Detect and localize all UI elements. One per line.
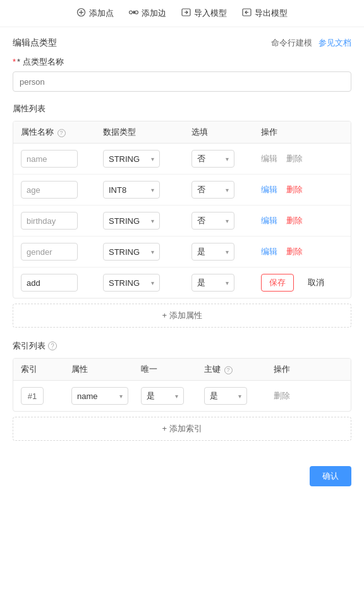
attr-actions-cell: 编辑 删除 <box>261 184 343 195</box>
chevron-down-icon: ▾ <box>175 393 178 400</box>
col-optional: 选填 <box>191 126 261 138</box>
export-model-button[interactable]: 导出模型 <box>242 8 288 19</box>
index-number-cell: #1 <box>21 387 71 405</box>
cmd-label: 命令行建模 <box>271 38 312 47</box>
name-field-label: ** 点类型名称 <box>13 56 351 68</box>
attr-type-cell: STRING ▾ <box>103 274 191 292</box>
col-property: 属性 <box>71 364 141 375</box>
svg-point-3 <box>130 11 133 14</box>
chevron-down-icon: ▾ <box>119 393 123 400</box>
confirm-row: 确认 <box>0 456 364 496</box>
attr-actions-cell: 编辑 删除 <box>261 215 343 226</box>
attributes-section-title: 属性列表 <box>13 103 351 114</box>
chevron-down-icon: ▾ <box>151 187 154 194</box>
attr-optional-cell: 否 ▾ <box>191 150 261 168</box>
table-row: STRING ▾ 否 ▾ 编辑 删除 <box>13 206 351 237</box>
attr-actions-cell: 保存 取消 <box>261 274 343 292</box>
node-type-name-input[interactable] <box>13 71 351 92</box>
attr-name-input-4[interactable] <box>21 274 78 292</box>
attr-name-input-0[interactable] <box>21 150 78 168</box>
col-primary-key: 主键 ? <box>204 364 274 375</box>
edit-button-3[interactable]: 编辑 <box>261 246 277 257</box>
edit-button-0[interactable]: 编辑 <box>261 153 277 164</box>
attr-name-cell <box>21 150 103 168</box>
chevron-down-icon: ▾ <box>151 156 154 163</box>
editor-actions: 命令行建模 参见文档 <box>271 37 351 49</box>
index-unique-select[interactable]: 是 ▾ <box>141 387 184 405</box>
table-row: STRING ▾ 是 ▾ 保存 取消 <box>13 268 351 298</box>
attr-actions-cell: 编辑 删除 <box>261 153 343 164</box>
add-edge-button[interactable]: 添加边 <box>129 8 166 19</box>
attr-optional-select-0[interactable]: 否 ▾ <box>191 150 234 168</box>
index-property-cell: name ▾ <box>71 387 141 405</box>
attr-name-cell <box>21 212 103 230</box>
add-point-label: 添加点 <box>89 8 114 19</box>
attr-optional-select-3[interactable]: 是 ▾ <box>191 243 234 261</box>
attr-type-select-2[interactable]: STRING ▾ <box>103 212 160 230</box>
col-index-actions: 操作 <box>274 364 343 375</box>
edit-button-1[interactable]: 编辑 <box>261 184 277 195</box>
indexes-help-icon[interactable]: ? <box>48 342 57 350</box>
indexes-table: 索引 属性 唯一 主键 ? 操作 #1 name ▾ <box>13 358 351 412</box>
chevron-down-icon: ▾ <box>226 187 229 194</box>
import-icon <box>181 8 191 19</box>
attr-type-cell: INT8 ▾ <box>103 181 191 199</box>
index-primary-select[interactable]: 是 ▾ <box>204 387 247 405</box>
index-primary-cell: 是 ▾ <box>204 387 274 405</box>
attr-type-select-1[interactable]: INT8 ▾ <box>103 181 160 199</box>
attr-optional-select-4[interactable]: 是 ▾ <box>191 274 234 292</box>
attr-name-input-3[interactable] <box>21 243 78 261</box>
save-button[interactable]: 保存 <box>261 274 294 292</box>
add-point-icon <box>76 8 86 19</box>
indexes-section: 索引列表 ? 索引 属性 唯一 主键 ? 操作 #1 <box>13 340 351 441</box>
delete-button-2[interactable]: 删除 <box>286 215 303 226</box>
edit-button-2[interactable]: 编辑 <box>261 215 277 226</box>
attr-type-cell: STRING ▾ <box>103 243 191 261</box>
import-model-button[interactable]: 导入模型 <box>181 8 227 19</box>
table-row: STRING ▾ 是 ▾ 编辑 删除 <box>13 237 351 268</box>
attr-name-cell <box>21 243 103 261</box>
chevron-down-icon: ▾ <box>226 280 229 286</box>
delete-index-button-0[interactable]: 删除 <box>274 390 290 402</box>
export-icon <box>242 8 252 19</box>
delete-button-3[interactable]: 删除 <box>286 246 303 257</box>
table-row: INT8 ▾ 否 ▾ 编辑 删除 <box>13 175 351 206</box>
attributes-section: 属性列表 属性名称 ? 数据类型 选填 操作 STRING <box>13 103 351 328</box>
attr-type-select-3[interactable]: STRING ▾ <box>103 243 160 261</box>
index-actions-cell: 删除 <box>274 390 343 402</box>
col-data-type: 数据类型 <box>103 126 191 138</box>
col-unique: 唯一 <box>141 364 204 375</box>
attr-actions-cell: 编辑 删除 <box>261 246 343 257</box>
attr-type-select-4[interactable]: STRING ▾ <box>103 274 160 292</box>
attr-type-cell: STRING ▾ <box>103 212 191 230</box>
attr-name-cell <box>21 274 103 292</box>
chevron-down-icon: ▾ <box>151 249 154 255</box>
chevron-down-icon: ▾ <box>238 393 241 400</box>
cancel-button[interactable]: 取消 <box>300 274 332 292</box>
confirm-button[interactable]: 确认 <box>310 466 351 486</box>
toolbar: 添加点 添加边 导入模型 <box>0 0 364 27</box>
index-property-select[interactable]: name ▾ <box>71 387 128 405</box>
attr-type-select-0[interactable]: STRING ▾ <box>103 150 160 168</box>
attr-name-input-1[interactable] <box>21 181 78 199</box>
delete-button-0[interactable]: 删除 <box>286 153 303 164</box>
doc-link[interactable]: 参见文档 <box>318 38 351 47</box>
attr-optional-select-1[interactable]: 否 ▾ <box>191 181 234 199</box>
col-index: 索引 <box>21 364 71 375</box>
attr-optional-cell: 否 ▾ <box>191 181 261 199</box>
svg-point-4 <box>135 11 138 14</box>
attr-optional-cell: 否 ▾ <box>191 212 261 230</box>
add-edge-label: 添加边 <box>142 8 166 19</box>
attributes-table-header: 属性名称 ? 数据类型 选填 操作 <box>13 121 351 144</box>
add-index-button[interactable]: + 添加索引 <box>13 417 351 441</box>
export-model-label: 导出模型 <box>255 8 288 19</box>
attr-name-input-2[interactable] <box>21 212 78 230</box>
name-field-container: ** 点类型名称 <box>13 56 351 92</box>
add-point-button[interactable]: 添加点 <box>76 8 114 19</box>
index-unique-cell: 是 ▾ <box>141 387 204 405</box>
attr-optional-select-2[interactable]: 否 ▾ <box>191 212 234 230</box>
editor-header: 编辑点类型 命令行建模 参见文档 <box>13 37 351 49</box>
main-content: 编辑点类型 命令行建模 参见文档 ** 点类型名称 属性列表 属性名称 ? 数据… <box>0 27 364 451</box>
delete-button-1[interactable]: 删除 <box>286 184 303 195</box>
add-attribute-button[interactable]: + 添加属性 <box>13 304 351 328</box>
